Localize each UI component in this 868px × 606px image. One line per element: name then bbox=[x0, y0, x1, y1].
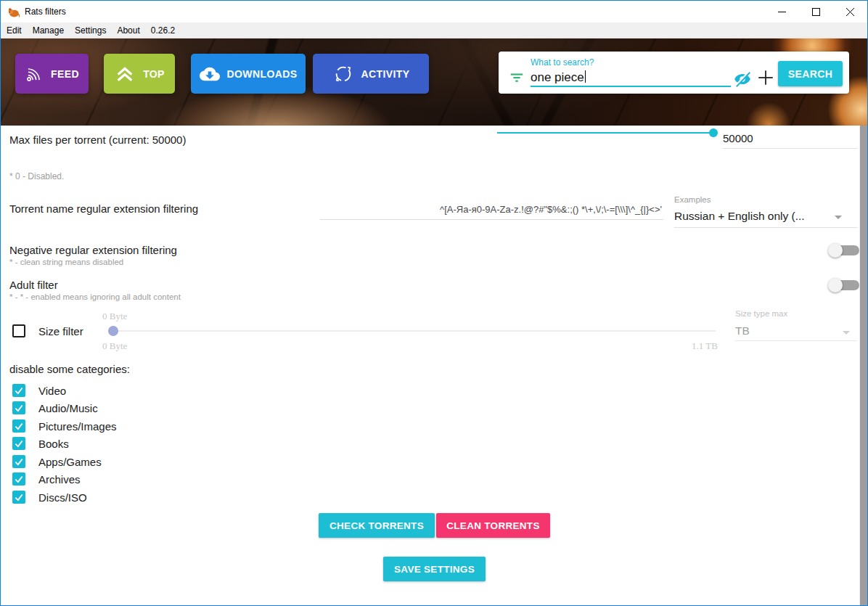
save-settings-button[interactable]: SAVE SETTINGS bbox=[383, 557, 486, 581]
max-files-note: * 0 - Disabled. bbox=[9, 171, 64, 181]
size-slider-thumb[interactable] bbox=[108, 326, 118, 336]
eye-off-icon[interactable] bbox=[732, 70, 753, 89]
downloads-button-label: DOWNLOADS bbox=[227, 68, 298, 80]
max-files-label: Max files per torrent (current: 50000) bbox=[9, 134, 186, 146]
adult-filter-label: Adult filter bbox=[9, 279, 58, 291]
menu-about[interactable]: About bbox=[117, 22, 146, 38]
size-type-dropdown-value: TB bbox=[735, 324, 750, 337]
category-checkbox-discs[interactable] bbox=[12, 491, 25, 504]
size-type-dropdown[interactable]: TB bbox=[735, 322, 857, 341]
toggle-knob bbox=[828, 243, 843, 258]
max-files-slider[interactable] bbox=[497, 132, 713, 134]
negative-filter-toggle[interactable] bbox=[828, 243, 860, 258]
max-files-slider-thumb[interactable] bbox=[709, 128, 718, 137]
double-chevron-up-icon bbox=[114, 63, 136, 85]
category-label-audio: Audio/Music bbox=[38, 402, 98, 414]
search-button[interactable]: SEARCH bbox=[778, 61, 843, 86]
chevron-down-icon bbox=[835, 216, 842, 219]
check-icon bbox=[14, 456, 24, 467]
check-torrents-button[interactable]: CHECK TORRENTS bbox=[319, 513, 435, 538]
adult-filter-toggle[interactable] bbox=[828, 278, 860, 292]
regex-filter-label: Torrent name regular extension filtering bbox=[9, 202, 198, 215]
size-min-label-bottom: 0 Byte bbox=[102, 340, 127, 352]
cloud-download-icon bbox=[200, 64, 220, 84]
category-label-video: Video bbox=[38, 385, 66, 397]
top-button-label: TOP bbox=[143, 68, 165, 80]
menu-settings[interactable]: Settings bbox=[75, 22, 112, 38]
maximize-icon bbox=[812, 8, 820, 16]
category-checkbox-books[interactable] bbox=[12, 437, 25, 450]
check-icon bbox=[14, 421, 24, 431]
category-label-books: Books bbox=[38, 438, 69, 450]
feed-button-label: FEED bbox=[51, 68, 79, 80]
maximize-button[interactable] bbox=[799, 1, 833, 22]
max-files-input[interactable] bbox=[723, 128, 858, 149]
title-bar: Rats filters bbox=[1, 1, 867, 22]
category-checkbox-archives[interactable] bbox=[12, 472, 25, 486]
rat-icon bbox=[7, 6, 20, 18]
category-label-archives: Archives bbox=[38, 473, 81, 486]
clean-torrents-button[interactable]: CLEAN TORRENTS bbox=[436, 513, 550, 538]
check-icon bbox=[14, 385, 24, 396]
categories-title: disable some categories: bbox=[9, 363, 130, 375]
size-type-label: Size type max bbox=[735, 309, 787, 318]
category-checkbox-video[interactable] bbox=[12, 384, 25, 397]
negative-filter-label: Negative regular extension filtering bbox=[9, 244, 177, 256]
minimize-button[interactable] bbox=[765, 1, 799, 22]
window-title: Rats filters bbox=[25, 7, 66, 17]
search-input-value: one piece bbox=[531, 69, 584, 86]
filter-list-icon bbox=[509, 69, 525, 85]
feed-button[interactable]: FEED bbox=[15, 54, 89, 94]
regex-filter-input[interactable] bbox=[320, 200, 663, 220]
size-slider[interactable] bbox=[113, 330, 716, 332]
activity-button[interactable]: ACTIVITY bbox=[313, 54, 429, 94]
minimize-icon bbox=[778, 8, 786, 16]
text-caret bbox=[585, 70, 586, 83]
adult-filter-note: * - * - enabled means ignoring all adult… bbox=[9, 292, 181, 301]
plus-icon[interactable] bbox=[756, 68, 775, 87]
toggle-knob bbox=[828, 278, 843, 292]
menu-manage[interactable]: Manage bbox=[33, 22, 70, 38]
app-window: Rats filters Edit Manage Settings About … bbox=[0, 0, 868, 606]
negative-filter-note: * - clean string means disabled bbox=[9, 258, 123, 266]
chevron-down-icon bbox=[843, 331, 850, 335]
vertical-scrollbar[interactable] bbox=[859, 126, 867, 606]
category-checkbox-audio[interactable] bbox=[12, 401, 25, 414]
check-icon bbox=[14, 492, 24, 502]
category-label-pictures: Pictures/Images bbox=[38, 420, 117, 433]
menu-edit[interactable]: Edit bbox=[7, 22, 28, 38]
size-min-label-top: 0 Byte bbox=[102, 311, 127, 322]
header-banner: FEED TOP DOWNLOADS ACTIVITY bbox=[1, 38, 867, 126]
close-icon bbox=[846, 8, 854, 16]
downloads-button[interactable]: DOWNLOADS bbox=[191, 54, 306, 94]
settings-panel: Max files per torrent (current: 50000) *… bbox=[1, 126, 867, 605]
size-max-label: 1.1 TB bbox=[668, 340, 718, 352]
category-checkbox-pictures[interactable] bbox=[12, 419, 25, 433]
category-label-discs: Discs/ISO bbox=[38, 491, 87, 504]
rss-feed-icon bbox=[25, 65, 44, 83]
top-button[interactable]: TOP bbox=[104, 54, 175, 94]
size-filter-checkbox[interactable] bbox=[12, 324, 25, 337]
search-card: What to search? one piece SEARCH bbox=[499, 52, 849, 94]
size-filter-label: Size filter bbox=[38, 325, 83, 337]
search-label: What to search? bbox=[531, 57, 594, 67]
check-icon bbox=[14, 474, 24, 484]
examples-dropdown[interactable]: Russian + English only (... bbox=[674, 207, 858, 228]
examples-label: Examples bbox=[674, 195, 711, 204]
menu-bar: Edit Manage Settings About 0.26.2 bbox=[1, 22, 867, 38]
check-icon bbox=[14, 403, 24, 413]
activity-button-label: ACTIVITY bbox=[361, 68, 410, 80]
sync-circle-icon bbox=[332, 63, 354, 85]
examples-dropdown-value: Russian + English only (... bbox=[674, 210, 805, 222]
search-input[interactable]: one piece bbox=[531, 69, 731, 87]
category-label-apps: Apps/Games bbox=[38, 456, 102, 468]
close-button[interactable] bbox=[833, 1, 867, 22]
menu-version[interactable]: 0.26.2 bbox=[151, 22, 181, 38]
category-checkbox-apps[interactable] bbox=[12, 455, 25, 468]
check-icon bbox=[14, 438, 24, 449]
